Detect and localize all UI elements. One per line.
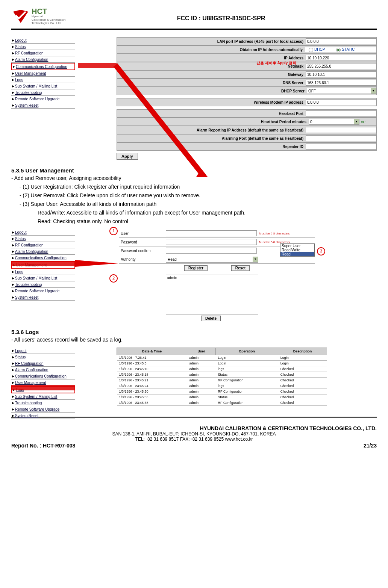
sidebar-item[interactable]: ▶Alarm Configuration <box>11 367 75 373</box>
triangle-icon: ▶ <box>12 362 14 365</box>
text-input[interactable] <box>306 144 376 150</box>
sidebar-item[interactable]: ▶Sub System / Mailing List <box>11 83 75 89</box>
sidebar-item[interactable]: ▶Troubleshooting <box>11 89 75 96</box>
user-list-item[interactable]: admin <box>167 276 257 280</box>
sidebar-item[interactable]: ▶Sub System / Mailing List <box>11 393 75 400</box>
sidebar-item[interactable]: ▶Status <box>11 44 75 50</box>
sidebar-item[interactable]: ▶Communications Configuration <box>11 373 75 379</box>
triangle-icon: ▶ <box>12 45 14 48</box>
dropdown-opt[interactable]: Super User <box>280 244 314 248</box>
sidebar-item[interactable]: ▶System Reset <box>11 102 75 109</box>
sidebar-item[interactable]: ▶User Management <box>11 379 75 386</box>
register-button[interactable]: Register <box>184 265 208 271</box>
triangle-icon: ▶ <box>12 85 14 88</box>
sidebar-item[interactable]: ▶User Management <box>11 261 75 269</box>
user-input[interactable] <box>166 230 257 236</box>
sidebar-item-label: Logs <box>15 270 23 274</box>
form-label: Alarming Port (default the same as Heart… <box>117 136 306 141</box>
delete-button[interactable]: Delete <box>201 316 221 321</box>
sidebar-item[interactable]: ▶Status <box>11 236 75 242</box>
text-input[interactable]: 10.10.10.1 <box>306 71 376 77</box>
sidebar-item-label: Sub System / Mailing List <box>15 395 57 399</box>
text-input[interactable]: 10.10.10.220 <box>306 55 376 61</box>
table-cell: RF Configuration <box>215 400 278 406</box>
reset-button[interactable]: Reset <box>231 265 250 271</box>
text-input[interactable] <box>306 127 376 133</box>
triangle-icon: ▶ <box>12 39 14 42</box>
sidebar-item-label: User Management <box>15 381 46 385</box>
password-input[interactable] <box>166 239 257 245</box>
annotation-circle-2: 2 <box>109 274 118 283</box>
text-535-2: - (1) User Registration: Click Register … <box>20 183 377 191</box>
heading-536: 5.3.6 Logs <box>11 329 377 335</box>
apply-button[interactable]: Apply <box>117 153 138 160</box>
sidebar-item[interactable]: ▶Alarm Configuration <box>11 248 75 255</box>
wireless-input[interactable]: 0.0.0.0 <box>306 99 376 105</box>
sidebar-item[interactable]: ▶Status <box>11 354 75 360</box>
table-cell: Checked <box>278 383 327 389</box>
sidebar-item[interactable]: ▶Logout <box>11 37 75 44</box>
sidebar-item[interactable]: ▶System Reset <box>11 413 75 419</box>
sidebar-item[interactable]: ▶Logout <box>11 229 75 236</box>
table-cell: admin <box>187 389 216 395</box>
user-list[interactable]: admin <box>166 275 258 314</box>
sidebar-item-label: Remote Software Upgrade <box>15 97 59 101</box>
triangle-icon: ▶ <box>12 277 14 280</box>
sidebar-item[interactable]: ▶Troubleshooting <box>11 400 75 406</box>
text-535-6: Read: Checking status only. No control <box>38 218 377 225</box>
form-row: Obtain an IP Address automaticallyDHCPST… <box>117 45 377 54</box>
sidebar-item-label: RF Configuration <box>15 243 44 247</box>
menu-panel: ▶Logout▶Status▶RF Configuration▶Alarm Co… <box>11 348 75 419</box>
table-cell: Login <box>215 355 278 361</box>
sidebar-item[interactable]: ▶Sub System / Mailing List <box>11 275 75 281</box>
sidebar-item[interactable]: ▶RF Configuration <box>11 50 75 56</box>
text-input[interactable] <box>306 110 376 116</box>
dropdown-opt-selected[interactable]: Read <box>280 252 314 256</box>
table-header: User <box>187 348 216 355</box>
button-row: Register Reset <box>119 264 315 272</box>
radio-option[interactable]: STATIC <box>336 47 355 52</box>
sidebar-item[interactable]: ▶RF Configuration <box>11 242 75 248</box>
sidebar-item-label: Logout <box>15 349 27 353</box>
sidebar-item[interactable]: ▶Logs <box>11 386 75 393</box>
dropdown-opt[interactable]: Read/Write <box>280 248 314 252</box>
select-input[interactable]: 0▾ <box>309 119 359 125</box>
table-cell: RF Configuration <box>215 378 278 383</box>
sidebar-item[interactable]: ▶Remote Software Upgrade <box>11 96 75 102</box>
text-input[interactable]: 168.126.63.1 <box>306 80 376 86</box>
sidebar-item[interactable]: ▶System Reset <box>11 294 75 301</box>
table-cell: RF Configuration <box>215 389 278 395</box>
form-label: Repeater ID <box>117 145 306 149</box>
sidebar-item[interactable]: ▶Remote Software Upgrade <box>11 288 75 294</box>
sidebar-item[interactable]: ▶Communications Configuration <box>11 255 75 261</box>
sidebar-item[interactable]: ▶User Management <box>11 70 75 77</box>
sidebar-item[interactable]: ▶Logs <box>11 269 75 275</box>
text-input[interactable]: 0.0.0.0 <box>306 38 376 44</box>
sidebar-item[interactable]: ▶Logs <box>11 77 75 83</box>
page-footer: HYUNDAI CALIBRATION & CERTIFICATION TECH… <box>11 425 377 449</box>
sidebar-item[interactable]: ▶Logout <box>11 348 75 354</box>
sidebar-item[interactable]: ▶Remote Software Upgrade <box>11 406 75 413</box>
table-row: 1/3/1996 - 23:45:38adminRF Configuration… <box>117 400 327 406</box>
select-input[interactable]: OFF▾ <box>307 88 376 94</box>
confirm-input[interactable] <box>166 248 257 254</box>
text-535-1: - Add and Remove user, Assigning accessi… <box>11 174 377 182</box>
table-cell: 1/3/1996 - 23:45:21 <box>117 378 187 383</box>
table-cell: logs <box>215 366 278 372</box>
authority-select[interactable]: Read ▾ <box>166 256 258 263</box>
sidebar-item[interactable]: ▶Alarm Configuration <box>11 56 75 63</box>
text-input[interactable] <box>306 135 376 141</box>
sidebar-item[interactable]: ▶Troubleshooting <box>11 281 75 288</box>
table-row: 1/3/1996 - 23:45:30adminRF Configuration… <box>117 389 327 395</box>
header-rule <box>11 29 377 30</box>
table-cell: Status <box>215 395 278 400</box>
sidebar-item-label: Troubleshooting <box>15 283 42 287</box>
radio-option[interactable]: DHCP <box>309 47 325 52</box>
sidebar-item[interactable]: ▶Communications Configuration <box>11 63 75 70</box>
table-cell: 1/3/1996 - 7:26:41 <box>117 355 187 361</box>
annotation-circle-3: 3 <box>317 247 325 255</box>
triangle-icon: ▶ <box>12 349 14 352</box>
text-input[interactable]: 255.255.255.0 <box>306 63 376 69</box>
comm-form-panel: LAN port IP address (RJ45 port for local… <box>117 37 377 160</box>
sidebar-item[interactable]: ▶RF Configuration <box>11 360 75 367</box>
